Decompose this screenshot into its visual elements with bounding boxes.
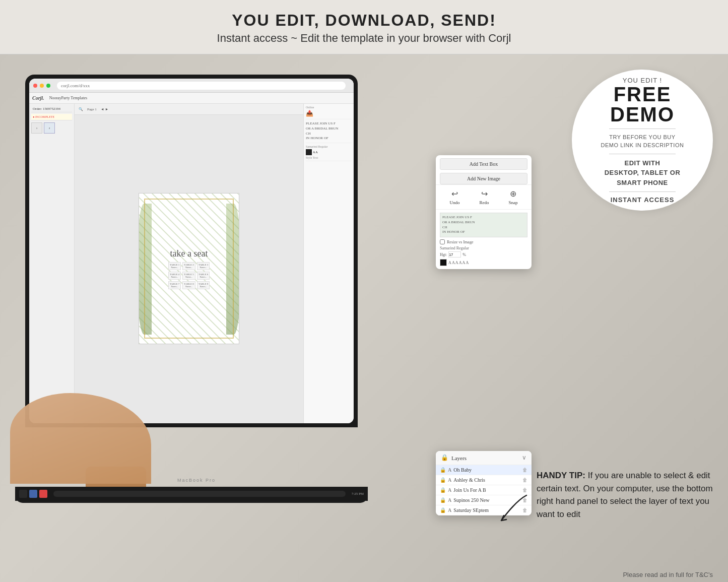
share-icon[interactable]: 📤 xyxy=(306,110,313,117)
table-2: TABLE 2Names... xyxy=(182,262,195,270)
corjl-logo: Corjl. xyxy=(32,95,44,101)
seating-tables: TABLE 1Names... TABLE 2Names... TABLE 3N… xyxy=(168,262,210,289)
header-banner: YOU EDIT, DOWNLOAD, SEND! Instant access… xyxy=(0,0,728,54)
snap-icon: ⊕ xyxy=(510,189,516,199)
macbook-brand: MacBook Pro xyxy=(177,478,216,483)
preview-line-2: OR A BRIDAL BRUN xyxy=(442,220,525,225)
layer-lock-icon: 🔒 xyxy=(440,507,446,513)
table-4: TABLE 4Names... xyxy=(168,272,181,280)
color-swatch[interactable] xyxy=(306,149,312,155)
layer-type-icon: A xyxy=(448,497,451,503)
text-preview-panel: PLEASE JOIN US F OR A BRIDAL BRUN CH IN … xyxy=(306,121,352,141)
sidebar-item-1: Order: 1509752194 xyxy=(31,106,72,112)
corjl-floating-panel: Add Text Box Add New Image ↩ Undo ↪ Redo… xyxy=(436,155,532,269)
add-new-image-button[interactable]: Add New Image xyxy=(440,173,527,184)
table-8: TABLE 8Names... xyxy=(182,281,195,289)
layers-header: 🔒 Layers ∨ xyxy=(436,451,532,465)
resize-label: Resize vs Image xyxy=(447,240,473,244)
layer-type-icon: A xyxy=(448,477,451,483)
app-content: Order: 1509752194 ● INCOMPLETE 1 2 xyxy=(29,104,354,423)
toolbar-menu: NoorayParty Templates xyxy=(49,96,88,100)
demo-demo-label: DEMO xyxy=(610,104,675,124)
taskbar-icon-1[interactable] xyxy=(19,490,27,498)
table-7: TABLE 7Names... xyxy=(168,281,181,289)
close-dot xyxy=(33,84,37,88)
demo-divider-2 xyxy=(609,154,676,154)
layer-type-icon: A xyxy=(448,507,451,513)
laptop-screen: corjl.com/d/xxx Corjl. NoorayParty Templ… xyxy=(29,79,354,423)
taskbar-icon-3[interactable] xyxy=(39,490,47,498)
layers-title: Layers xyxy=(451,455,467,461)
app-right-panel: Online 📤 PLEASE JOIN US F OR A BRIDAL BR… xyxy=(303,104,354,423)
taskbar: 7:25 PM xyxy=(15,487,368,501)
zoom-control[interactable]: 🔍 xyxy=(79,107,83,111)
color-controls: A A A A A A xyxy=(440,259,527,266)
height-input[interactable] xyxy=(448,251,461,257)
browser-url: corjl.com/d/xxx xyxy=(57,82,346,90)
layer-delete-icon-1[interactable]: 🗑 xyxy=(522,477,527,483)
demo-divider-3 xyxy=(609,191,676,192)
main-area: corjl.com/d/xxx Corjl. NoorayParty Templ… xyxy=(0,54,728,582)
demo-instant-access: INSTANT ACCESS xyxy=(611,196,675,204)
layer-name-1: Ashley & Chris xyxy=(453,477,520,483)
resize-checkbox[interactable] xyxy=(440,239,445,244)
demo-edit-with: EDIT WITHDESKTOP, TABLET ORSMART PHONE xyxy=(605,158,681,188)
thumbnail-1[interactable]: 1 xyxy=(31,122,42,134)
demo-divider-1 xyxy=(609,128,676,129)
add-text-box-button[interactable]: Add Text Box xyxy=(440,158,527,170)
undo-tool[interactable]: ↩ Undo xyxy=(450,189,460,205)
handy-tip-label: HANDY TIP: xyxy=(537,471,585,480)
panel-toolbar: ↩ Undo ↪ Redo ⊕ Snap xyxy=(436,184,532,210)
layers-chevron-icon[interactable]: ∨ xyxy=(522,454,526,462)
preview-line-1: PLEASE JOIN US F xyxy=(442,215,525,220)
table-6: TABLE 6Names... xyxy=(197,272,210,280)
minimize-dot xyxy=(40,84,44,88)
browser-chrome: corjl.com/d/xxx xyxy=(29,79,354,93)
layer-lock-icon: 🔒 xyxy=(440,467,446,473)
layer-delete-icon-0[interactable]: 🗑 xyxy=(522,467,527,473)
redo-label: Redo xyxy=(480,200,489,205)
laptop-mockup: corjl.com/d/xxx Corjl. NoorayParty Templ… xyxy=(15,75,378,503)
app-canvas: 🔍 Page 1 ◄ ► take a seat xyxy=(75,104,303,423)
font-family-label: Samarind Regular xyxy=(440,246,527,250)
action-icons: 📤 xyxy=(306,110,352,117)
text-format-buttons: A A A A A A xyxy=(448,261,469,265)
table-5: TABLE 5Names... xyxy=(182,272,195,280)
demo-link: DEMO LINK IN DESCRIPTION xyxy=(601,141,684,150)
canvas-doc-content: take a seat TABLE 1Names... TABLE 2Names… xyxy=(163,243,215,294)
taskbar-icon-2[interactable] xyxy=(29,490,37,498)
page-nav[interactable]: ◄ ► xyxy=(101,107,109,111)
panel-section-2: PLEASE JOIN US F OR A BRIDAL BRUN CH IN … xyxy=(306,121,352,143)
demo-free-label: FREE xyxy=(614,84,672,104)
seating-title[interactable]: take a seat xyxy=(168,248,210,259)
font-size-controls: Hgt: % xyxy=(440,251,527,257)
thumbnail-2[interactable]: 2 xyxy=(44,122,55,134)
app-toolbar: Corjl. NoorayParty Templates xyxy=(29,93,354,104)
redo-tool[interactable]: ↪ Redo xyxy=(480,189,489,205)
zoom-level: Page 1 xyxy=(87,107,97,111)
panel-section-format: Samarind Regular A A Style Text xyxy=(306,145,352,161)
font-controls: A A xyxy=(306,149,352,155)
layer-lock-icon: 🔒 xyxy=(440,497,446,503)
table-3: TABLE 3Names... xyxy=(197,262,210,270)
preview-line-3: CH xyxy=(442,225,525,230)
maximize-dot xyxy=(46,84,50,88)
layer-name-0: Oh Baby xyxy=(453,467,520,473)
layer-type-icon: A xyxy=(448,487,451,493)
snap-tool[interactable]: ⊕ Snap xyxy=(509,189,518,205)
layers-header-left: 🔒 Layers xyxy=(441,454,467,462)
layer-row-1[interactable]: 🔒 A Ashley & Chris 🗑 xyxy=(436,475,532,485)
handy-tip-section: HANDY TIP: If you are unable to select &… xyxy=(537,469,713,521)
layer-type-icon: A xyxy=(448,467,451,473)
header-subtitle: Instant access ~ Edit the template in yo… xyxy=(0,32,728,45)
panel-text-content: PLEASE JOIN US F OR A BRIDAL BRUN CH IN … xyxy=(436,210,532,269)
demo-circle: YOU EDIT ! FREE DEMO TRY BEFORE YOU BUY … xyxy=(572,70,713,211)
color-picker[interactable] xyxy=(440,259,447,266)
table-1: TABLE 1Names... xyxy=(168,262,181,270)
layer-row-0[interactable]: 🔒 A Oh Baby 🗑 xyxy=(436,465,532,475)
text-preview: PLEASE JOIN US F OR A BRIDAL BRUN CH IN … xyxy=(440,213,527,237)
redo-icon: ↪ xyxy=(481,189,488,199)
resize-controls: Resize vs Image xyxy=(440,239,527,244)
demo-try-before: TRY BEFORE YOU BUY xyxy=(609,133,675,142)
sidebar-item-2[interactable]: ● INCOMPLETE xyxy=(31,114,72,120)
